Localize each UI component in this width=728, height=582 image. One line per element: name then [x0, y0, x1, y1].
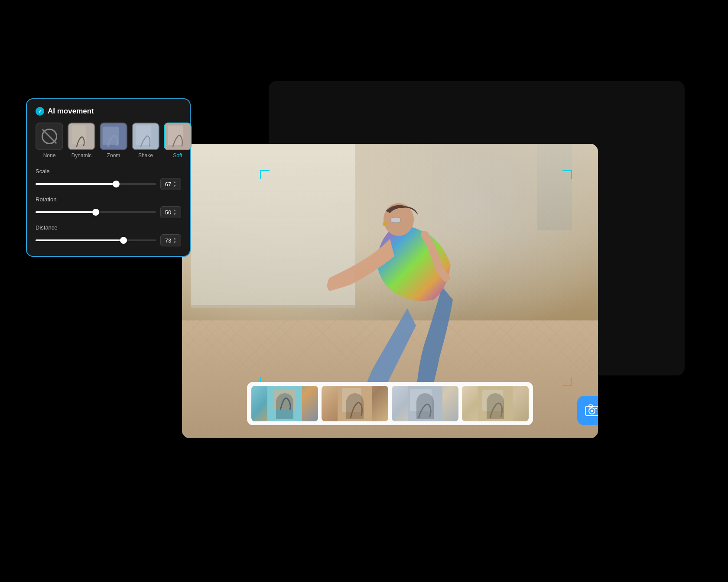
svg-point-2 [383, 222, 387, 226]
crop-corner-top-left [260, 170, 270, 179]
rotation-slider-row: 50 ▲ ▼ [36, 206, 181, 218]
movement-option-soft[interactable]: Soft [164, 123, 192, 158]
distance-up-arrow[interactable]: ▲ [173, 237, 176, 240]
movement-label-dynamic: Dynamic [72, 152, 92, 158]
rotation-value: 50 [165, 209, 171, 216]
rotation-label: Rotation [36, 196, 181, 203]
distance-value-box: 73 ▲ ▼ [160, 234, 181, 246]
scale-slider-fill [36, 183, 116, 185]
movement-option-shake[interactable]: Shake [132, 123, 159, 158]
scale-down-arrow[interactable]: ▼ [173, 184, 176, 188]
svg-rect-15 [595, 408, 597, 409]
scale-slider-section: Scale 67 ▲ ▼ [36, 168, 181, 190]
movement-label-none: None [43, 152, 56, 158]
scale-value-box: 67 ▲ ▼ [160, 178, 181, 190]
ai-movement-panel: AI movement None Dynamic [26, 98, 191, 257]
panel-header: AI movement [36, 107, 181, 116]
distance-slider-row: 73 ▲ ▼ [36, 234, 181, 246]
distance-slider-fill [36, 239, 124, 241]
scale-label: Scale [36, 168, 181, 175]
capture-button[interactable] [577, 396, 598, 425]
rotation-down-arrow[interactable]: ▼ [173, 213, 176, 216]
movement-option-none[interactable]: None [36, 123, 63, 158]
movement-label-zoom: Zoom [107, 152, 120, 158]
rotation-slider-track[interactable] [36, 211, 156, 213]
rotation-value-box: 50 ▲ ▼ [160, 206, 181, 218]
movement-options: None Dynamic [36, 123, 181, 158]
svg-rect-1 [391, 217, 400, 223]
svg-rect-6 [342, 388, 361, 412]
movement-thumb-shake [132, 123, 159, 150]
svg-rect-4 [274, 390, 296, 410]
rotation-slider-section: Rotation 50 ▲ ▼ [36, 196, 181, 218]
scale-up-arrow[interactable]: ▲ [173, 181, 176, 184]
crop-corner-top-right [562, 170, 572, 179]
distance-stepper[interactable]: ▲ ▼ [173, 237, 176, 244]
distance-slider-track[interactable] [36, 239, 156, 241]
scale-slider-thumb[interactable] [113, 181, 120, 188]
scale-slider-track[interactable] [36, 183, 156, 185]
filmstrip-thumb-1[interactable] [251, 386, 318, 421]
scale-stepper[interactable]: ▲ ▼ [173, 181, 176, 188]
rotation-stepper[interactable]: ▲ ▼ [173, 209, 176, 216]
scene-container: AI movement None Dynamic [61, 64, 667, 518]
rotation-slider-thumb[interactable] [92, 209, 99, 216]
svg-rect-8 [410, 389, 432, 411]
filmstrip-thumb-3[interactable] [392, 386, 458, 421]
movement-option-dynamic[interactable]: Dynamic [68, 123, 95, 158]
svg-rect-19 [103, 127, 119, 145]
distance-slider-section: Distance 73 ▲ ▼ [36, 224, 181, 246]
distance-slider-thumb[interactable] [120, 237, 127, 244]
movement-label-soft: Soft [173, 152, 182, 158]
movement-option-zoom[interactable]: Zoom [100, 123, 127, 158]
svg-rect-10 [482, 390, 503, 411]
movement-thumb-soft [164, 123, 192, 150]
filmstrip [247, 382, 533, 425]
movement-thumb-none [36, 123, 63, 150]
no-movement-icon [42, 129, 57, 144]
panel-enabled-icon[interactable] [36, 107, 44, 116]
rotation-slider-fill [36, 211, 96, 213]
panel-title: AI movement [48, 107, 94, 116]
svg-rect-21 [136, 126, 152, 145]
crop-corner-bottom-right [562, 377, 572, 386]
movement-thumb-zoom [100, 123, 127, 150]
photo-viewer [182, 144, 598, 438]
movement-label-shake: Shake [138, 152, 153, 158]
distance-value: 73 [165, 237, 171, 244]
distance-label: Distance [36, 224, 181, 231]
movement-thumb-dynamic [68, 123, 95, 150]
svg-point-13 [591, 410, 593, 412]
distance-down-arrow[interactable]: ▼ [173, 241, 176, 244]
svg-rect-23 [168, 126, 184, 145]
capture-icon [585, 403, 598, 418]
scale-value: 67 [165, 181, 171, 188]
filmstrip-thumb-2[interactable] [322, 386, 388, 421]
filmstrip-thumb-4[interactable] [462, 386, 529, 421]
rotation-up-arrow[interactable]: ▲ [173, 209, 176, 212]
scale-slider-row: 67 ▲ ▼ [36, 178, 181, 190]
